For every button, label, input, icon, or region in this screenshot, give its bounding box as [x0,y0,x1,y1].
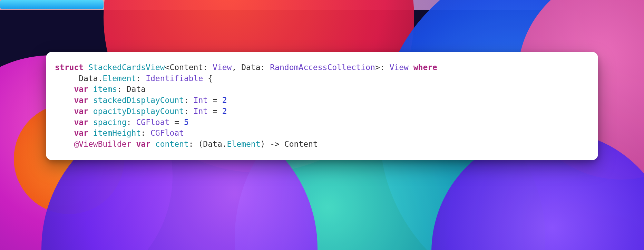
keyword-where: where [413,63,437,72]
type-ref: Data [79,74,98,83]
punct: . [98,74,103,83]
keyword-var: var [74,107,88,116]
type-ref: Content [284,140,318,148]
punct: : [189,140,194,148]
punct: = [213,107,217,116]
generic-param: Content [169,63,203,72]
generic-param: Data [241,63,260,72]
number-literal: 5 [184,118,189,127]
var-name: content [155,140,189,148]
punct: ) [261,140,265,148]
punct: : [380,63,385,72]
punct: : [127,118,131,127]
protocol: Identifiable [146,74,203,83]
brace: { [208,74,213,83]
var-name: opacityDisplayCount [93,107,184,116]
var-name: itemHeight [93,128,141,137]
bg-shape [0,0,104,9]
var-name: items [93,85,117,94]
punct: : [141,128,146,137]
keyword-var: var [74,96,88,105]
attribute: @ViewBuilder [74,140,131,148]
keyword-var: var [74,128,88,137]
punct: : [203,63,208,72]
punct: : [117,85,122,94]
type-ref: Int [194,107,208,116]
type-ref: Data [203,140,222,148]
code-block: struct StackedCardsView<Content: View, D… [55,62,589,150]
keyword-var: var [74,118,88,127]
number-literal: 2 [222,107,227,116]
type-ref: CGFloat [136,118,169,127]
protocol: View [389,63,408,72]
punct: : [184,107,189,116]
protocol: View [213,63,232,72]
code-card: struct StackedCardsView<Content: View, D… [46,52,598,160]
keyword-var: var [136,140,150,148]
punct: , [232,63,236,72]
type-ref: Int [194,96,208,105]
arrow: -> [270,140,280,148]
punct: : [136,74,141,83]
punct: : [261,63,265,72]
type-ref: CGFloat [150,128,184,137]
var-name: spacing [93,118,127,127]
punct: < [165,63,170,72]
punct: . [222,140,227,148]
punct: > [375,63,380,72]
punct: = [174,118,179,127]
var-name: stackedDisplayCount [93,96,184,105]
punct: : [184,96,189,105]
member: Element [227,140,261,148]
member: Element [103,74,136,83]
type-ref: Data [127,85,146,94]
punct: ( [198,140,203,148]
keyword-struct: struct [55,63,84,72]
punct: = [213,96,217,105]
type-name: StackedCardsView [88,63,165,72]
keyword-var: var [74,85,88,94]
protocol: RandomAccessCollection [270,63,375,72]
number-literal: 2 [222,96,227,105]
